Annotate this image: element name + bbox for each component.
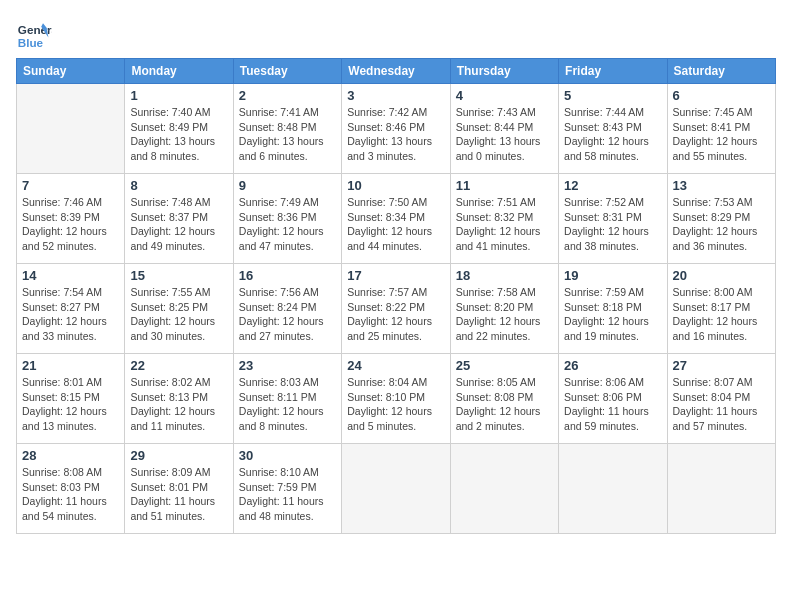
calendar-header-row: SundayMondayTuesdayWednesdayThursdayFrid…	[17, 59, 776, 84]
day-info: Sunrise: 7:52 AMSunset: 8:31 PMDaylight:…	[564, 195, 661, 254]
day-info: Sunrise: 7:58 AMSunset: 8:20 PMDaylight:…	[456, 285, 553, 344]
day-info: Sunrise: 7:44 AMSunset: 8:43 PMDaylight:…	[564, 105, 661, 164]
day-number: 27	[673, 358, 770, 373]
day-header-friday: Friday	[559, 59, 667, 84]
calendar-cell: 13Sunrise: 7:53 AMSunset: 8:29 PMDayligh…	[667, 174, 775, 264]
day-number: 28	[22, 448, 119, 463]
day-number: 17	[347, 268, 444, 283]
day-info: Sunrise: 7:41 AMSunset: 8:48 PMDaylight:…	[239, 105, 336, 164]
day-info: Sunrise: 7:48 AMSunset: 8:37 PMDaylight:…	[130, 195, 227, 254]
day-number: 11	[456, 178, 553, 193]
day-number: 23	[239, 358, 336, 373]
day-info: Sunrise: 7:59 AMSunset: 8:18 PMDaylight:…	[564, 285, 661, 344]
calendar-cell: 5Sunrise: 7:44 AMSunset: 8:43 PMDaylight…	[559, 84, 667, 174]
calendar-cell	[342, 444, 450, 534]
calendar-cell: 14Sunrise: 7:54 AMSunset: 8:27 PMDayligh…	[17, 264, 125, 354]
day-number: 15	[130, 268, 227, 283]
calendar-cell: 18Sunrise: 7:58 AMSunset: 8:20 PMDayligh…	[450, 264, 558, 354]
calendar-cell: 16Sunrise: 7:56 AMSunset: 8:24 PMDayligh…	[233, 264, 341, 354]
day-number: 12	[564, 178, 661, 193]
day-info: Sunrise: 7:55 AMSunset: 8:25 PMDaylight:…	[130, 285, 227, 344]
logo-icon: General Blue	[16, 16, 52, 52]
calendar-cell: 10Sunrise: 7:50 AMSunset: 8:34 PMDayligh…	[342, 174, 450, 264]
day-info: Sunrise: 7:49 AMSunset: 8:36 PMDaylight:…	[239, 195, 336, 254]
calendar-cell: 6Sunrise: 7:45 AMSunset: 8:41 PMDaylight…	[667, 84, 775, 174]
day-number: 25	[456, 358, 553, 373]
day-number: 8	[130, 178, 227, 193]
day-info: Sunrise: 8:02 AMSunset: 8:13 PMDaylight:…	[130, 375, 227, 434]
day-info: Sunrise: 7:40 AMSunset: 8:49 PMDaylight:…	[130, 105, 227, 164]
calendar-week-row: 21Sunrise: 8:01 AMSunset: 8:15 PMDayligh…	[17, 354, 776, 444]
day-info: Sunrise: 7:56 AMSunset: 8:24 PMDaylight:…	[239, 285, 336, 344]
day-number: 21	[22, 358, 119, 373]
logo: General Blue	[16, 16, 52, 52]
day-number: 10	[347, 178, 444, 193]
day-number: 26	[564, 358, 661, 373]
svg-text:Blue: Blue	[18, 36, 44, 49]
calendar-cell: 19Sunrise: 7:59 AMSunset: 8:18 PMDayligh…	[559, 264, 667, 354]
day-header-sunday: Sunday	[17, 59, 125, 84]
day-number: 1	[130, 88, 227, 103]
calendar-cell: 23Sunrise: 8:03 AMSunset: 8:11 PMDayligh…	[233, 354, 341, 444]
day-info: Sunrise: 8:01 AMSunset: 8:15 PMDaylight:…	[22, 375, 119, 434]
day-info: Sunrise: 8:08 AMSunset: 8:03 PMDaylight:…	[22, 465, 119, 524]
day-number: 6	[673, 88, 770, 103]
day-info: Sunrise: 8:04 AMSunset: 8:10 PMDaylight:…	[347, 375, 444, 434]
calendar-cell: 1Sunrise: 7:40 AMSunset: 8:49 PMDaylight…	[125, 84, 233, 174]
day-header-thursday: Thursday	[450, 59, 558, 84]
day-number: 13	[673, 178, 770, 193]
calendar-cell: 2Sunrise: 7:41 AMSunset: 8:48 PMDaylight…	[233, 84, 341, 174]
day-header-monday: Monday	[125, 59, 233, 84]
day-info: Sunrise: 7:53 AMSunset: 8:29 PMDaylight:…	[673, 195, 770, 254]
calendar-cell: 12Sunrise: 7:52 AMSunset: 8:31 PMDayligh…	[559, 174, 667, 264]
calendar-cell: 7Sunrise: 7:46 AMSunset: 8:39 PMDaylight…	[17, 174, 125, 264]
calendar-cell	[17, 84, 125, 174]
page-header: General Blue	[16, 16, 776, 52]
calendar-table: SundayMondayTuesdayWednesdayThursdayFrid…	[16, 58, 776, 534]
day-info: Sunrise: 7:50 AMSunset: 8:34 PMDaylight:…	[347, 195, 444, 254]
day-info: Sunrise: 8:03 AMSunset: 8:11 PMDaylight:…	[239, 375, 336, 434]
day-info: Sunrise: 8:05 AMSunset: 8:08 PMDaylight:…	[456, 375, 553, 434]
calendar-cell: 4Sunrise: 7:43 AMSunset: 8:44 PMDaylight…	[450, 84, 558, 174]
day-number: 5	[564, 88, 661, 103]
day-number: 4	[456, 88, 553, 103]
calendar-cell: 17Sunrise: 7:57 AMSunset: 8:22 PMDayligh…	[342, 264, 450, 354]
calendar-cell: 30Sunrise: 8:10 AMSunset: 7:59 PMDayligh…	[233, 444, 341, 534]
day-info: Sunrise: 7:57 AMSunset: 8:22 PMDaylight:…	[347, 285, 444, 344]
calendar-cell: 29Sunrise: 8:09 AMSunset: 8:01 PMDayligh…	[125, 444, 233, 534]
calendar-week-row: 1Sunrise: 7:40 AMSunset: 8:49 PMDaylight…	[17, 84, 776, 174]
day-info: Sunrise: 7:54 AMSunset: 8:27 PMDaylight:…	[22, 285, 119, 344]
calendar-cell: 26Sunrise: 8:06 AMSunset: 8:06 PMDayligh…	[559, 354, 667, 444]
calendar-week-row: 7Sunrise: 7:46 AMSunset: 8:39 PMDaylight…	[17, 174, 776, 264]
day-number: 24	[347, 358, 444, 373]
calendar-cell	[450, 444, 558, 534]
day-info: Sunrise: 7:43 AMSunset: 8:44 PMDaylight:…	[456, 105, 553, 164]
calendar-cell: 25Sunrise: 8:05 AMSunset: 8:08 PMDayligh…	[450, 354, 558, 444]
day-number: 29	[130, 448, 227, 463]
calendar-week-row: 28Sunrise: 8:08 AMSunset: 8:03 PMDayligh…	[17, 444, 776, 534]
day-number: 20	[673, 268, 770, 283]
calendar-week-row: 14Sunrise: 7:54 AMSunset: 8:27 PMDayligh…	[17, 264, 776, 354]
day-number: 2	[239, 88, 336, 103]
day-header-wednesday: Wednesday	[342, 59, 450, 84]
day-header-tuesday: Tuesday	[233, 59, 341, 84]
calendar-cell: 3Sunrise: 7:42 AMSunset: 8:46 PMDaylight…	[342, 84, 450, 174]
day-number: 18	[456, 268, 553, 283]
day-number: 3	[347, 88, 444, 103]
day-number: 22	[130, 358, 227, 373]
calendar-cell: 8Sunrise: 7:48 AMSunset: 8:37 PMDaylight…	[125, 174, 233, 264]
calendar-cell: 20Sunrise: 8:00 AMSunset: 8:17 PMDayligh…	[667, 264, 775, 354]
calendar-cell: 27Sunrise: 8:07 AMSunset: 8:04 PMDayligh…	[667, 354, 775, 444]
calendar-cell	[559, 444, 667, 534]
day-info: Sunrise: 7:51 AMSunset: 8:32 PMDaylight:…	[456, 195, 553, 254]
day-info: Sunrise: 8:09 AMSunset: 8:01 PMDaylight:…	[130, 465, 227, 524]
day-info: Sunrise: 7:46 AMSunset: 8:39 PMDaylight:…	[22, 195, 119, 254]
day-info: Sunrise: 8:07 AMSunset: 8:04 PMDaylight:…	[673, 375, 770, 434]
calendar-cell: 28Sunrise: 8:08 AMSunset: 8:03 PMDayligh…	[17, 444, 125, 534]
day-info: Sunrise: 8:10 AMSunset: 7:59 PMDaylight:…	[239, 465, 336, 524]
day-info: Sunrise: 8:00 AMSunset: 8:17 PMDaylight:…	[673, 285, 770, 344]
day-number: 7	[22, 178, 119, 193]
day-info: Sunrise: 7:42 AMSunset: 8:46 PMDaylight:…	[347, 105, 444, 164]
day-number: 19	[564, 268, 661, 283]
day-number: 14	[22, 268, 119, 283]
